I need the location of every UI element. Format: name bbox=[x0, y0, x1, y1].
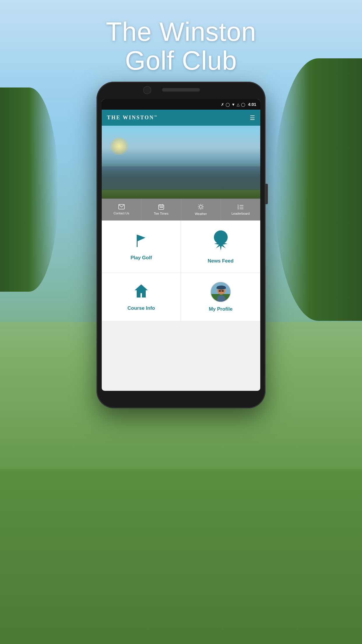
nav-label-contact-us: Contact Us bbox=[113, 211, 129, 215]
envelope-icon bbox=[118, 204, 125, 210]
nav-item-weather[interactable]: Weather bbox=[181, 199, 221, 220]
svg-point-8 bbox=[199, 205, 202, 208]
avatar bbox=[210, 282, 231, 302]
grid-item-news-feed[interactable]: News Feed bbox=[181, 220, 260, 273]
grid-menu: Play Golf bbox=[102, 220, 260, 321]
svg-rect-36 bbox=[219, 290, 221, 292]
signal-icon: △ bbox=[237, 102, 240, 107]
grid-item-my-profile[interactable]: My Profile bbox=[181, 273, 260, 321]
bg-grass bbox=[0, 469, 362, 644]
app-logo: THE WINSTON™ bbox=[107, 115, 158, 121]
grid-label-my-profile: My Profile bbox=[209, 306, 232, 312]
leaderboard-icon: 1 2 3 bbox=[237, 204, 244, 211]
bg-trees-right bbox=[275, 58, 362, 321]
hamburger-icon[interactable]: ☰ bbox=[250, 115, 255, 121]
svg-rect-7 bbox=[162, 207, 163, 208]
status-time: 4:01 bbox=[248, 102, 256, 107]
phone-power-button bbox=[266, 184, 268, 204]
grid-label-news-feed: News Feed bbox=[208, 258, 234, 264]
grid-item-play-golf[interactable]: Play Golf bbox=[102, 220, 181, 273]
calendar-icon bbox=[158, 204, 164, 211]
hero-sun bbox=[110, 137, 128, 155]
nav-item-leaderboard[interactable]: 1 2 3 Leaderboard bbox=[221, 199, 260, 220]
grid-label-course-info: Course Info bbox=[127, 305, 155, 311]
grid-label-play-golf: Play Golf bbox=[131, 255, 152, 261]
bg-trees-left bbox=[0, 88, 58, 292]
svg-line-14 bbox=[203, 208, 203, 209]
svg-rect-6 bbox=[161, 207, 162, 208]
svg-rect-23 bbox=[137, 235, 138, 247]
nav-label-leaderboard: Leaderboard bbox=[231, 212, 249, 215]
sun-icon bbox=[198, 204, 204, 211]
svg-marker-27 bbox=[214, 237, 227, 251]
phone-frame: ✗ ◯ ▼ △ ◯ 4:01 THE WINSTON™ ☰ bbox=[96, 82, 266, 408]
svg-line-16 bbox=[199, 208, 199, 209]
nav-label-tee-times: Tee Times bbox=[154, 212, 168, 215]
svg-rect-35 bbox=[217, 287, 226, 289]
phone-camera bbox=[143, 86, 151, 94]
news-sunburst-icon bbox=[213, 236, 229, 254]
phone-speaker bbox=[162, 88, 200, 92]
phone-screen: ✗ ◯ ▼ △ ◯ 4:01 THE WINSTON™ ☰ bbox=[102, 99, 260, 391]
alarm-icon: ◯ bbox=[241, 102, 245, 107]
svg-rect-37 bbox=[222, 290, 224, 292]
svg-rect-5 bbox=[160, 207, 161, 208]
wifi-icon: ▼ bbox=[231, 102, 235, 107]
grid-item-course-info[interactable]: Course Info bbox=[102, 273, 181, 321]
svg-line-15 bbox=[203, 205, 203, 205]
hero-image bbox=[102, 126, 260, 199]
page-title: The Winston Golf Club bbox=[0, 18, 362, 75]
nav-item-tee-times[interactable]: Tee Times bbox=[141, 199, 181, 220]
status-bar: ✗ ◯ ▼ △ ◯ 4:01 bbox=[102, 99, 260, 110]
bluetooth-icon: ✗ bbox=[221, 102, 224, 107]
minus-circle-icon: ◯ bbox=[226, 102, 230, 107]
nav-item-contact-us[interactable]: Contact Us bbox=[102, 199, 141, 220]
status-icons: ✗ ◯ ▼ △ ◯ 4:01 bbox=[221, 102, 256, 107]
nav-label-weather: Weather bbox=[195, 212, 207, 216]
app-header: THE WINSTON™ ☰ bbox=[102, 110, 260, 126]
flag-icon bbox=[133, 232, 149, 251]
hero-water bbox=[102, 167, 260, 190]
svg-text:3: 3 bbox=[238, 208, 239, 210]
svg-marker-29 bbox=[136, 285, 147, 290]
svg-line-13 bbox=[199, 205, 199, 205]
home-icon bbox=[133, 283, 149, 301]
nav-bar: Contact Us Tee Times bbox=[102, 199, 260, 220]
